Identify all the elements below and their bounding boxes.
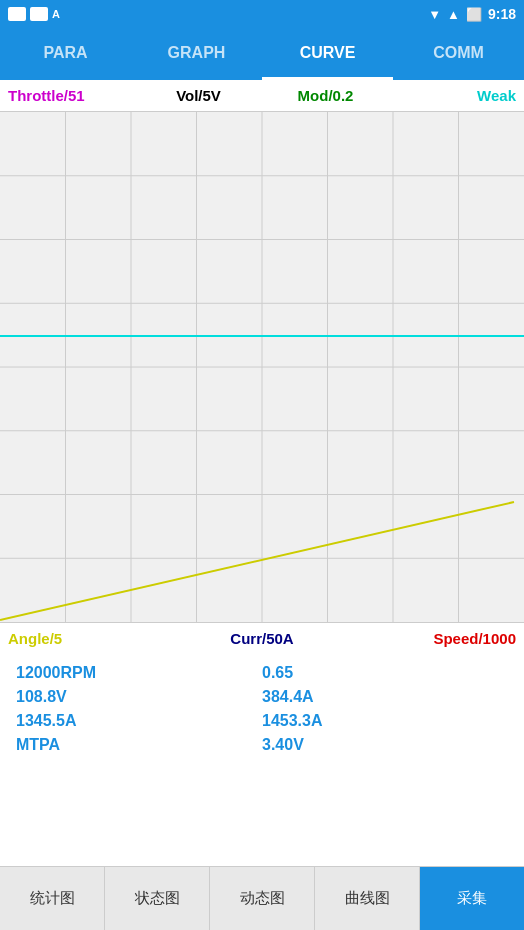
- bottom-tab-collect[interactable]: 采集: [420, 867, 524, 930]
- data-value-2: 1453.3A: [262, 712, 508, 730]
- data-section: 12000RPM 0.65 108.8V 384.4A 1345.5A 1453…: [0, 654, 524, 764]
- battery-icon: ⬜: [466, 7, 482, 22]
- status-bar: A ▼ ▲ ⬜ 9:18: [0, 0, 524, 28]
- bottom-tab-status[interactable]: 状态图: [105, 867, 210, 930]
- data-value-3: 3.40V: [262, 736, 508, 754]
- status-icons: A: [8, 7, 60, 21]
- icon-box1: [8, 7, 26, 21]
- bottom-tab-dynamic[interactable]: 动态图: [210, 867, 315, 930]
- label-mod: Mod/0.2: [262, 87, 389, 104]
- bottom-tab-stats[interactable]: 统计图: [0, 867, 105, 930]
- nav-tabs: PARA GRAPH CURVE COMM: [0, 28, 524, 80]
- data-label-3: MTPA: [16, 736, 262, 754]
- status-right-icons: ▼ ▲ ⬜ 9:18: [428, 6, 516, 22]
- wifi-icon: ▼: [428, 7, 441, 22]
- chart-labels-bottom: Angle/5 Curr/50A Speed/1000: [0, 622, 524, 654]
- data-label-2: 1345.5A: [16, 712, 262, 730]
- icon-box2: [30, 7, 48, 21]
- label-speed: Speed/1000: [347, 630, 516, 647]
- data-value-0: 0.65: [262, 664, 508, 682]
- icon-a: A: [52, 8, 60, 20]
- tab-comm[interactable]: COMM: [393, 28, 524, 80]
- tab-graph[interactable]: GRAPH: [131, 28, 262, 80]
- tab-para[interactable]: PARA: [0, 28, 131, 80]
- chart-labels-top: Throttle/51 Vol/5V Mod/0.2 Weak: [0, 80, 524, 112]
- label-angle: Angle/5: [8, 630, 177, 647]
- bottom-tab-curve[interactable]: 曲线图: [315, 867, 420, 930]
- signal-icon: ▲: [447, 7, 460, 22]
- tab-curve[interactable]: CURVE: [262, 28, 393, 80]
- label-curr: Curr/50A: [177, 630, 346, 647]
- label-throttle: Throttle/51: [8, 87, 135, 104]
- status-time: 9:18: [488, 6, 516, 22]
- data-value-1: 384.4A: [262, 688, 508, 706]
- chart-area[interactable]: [0, 112, 524, 622]
- data-label-0: 12000RPM: [16, 664, 262, 682]
- label-weak: Weak: [389, 87, 516, 104]
- data-label-1: 108.8V: [16, 688, 262, 706]
- bottom-tabs: 统计图 状态图 动态图 曲线图 采集: [0, 866, 524, 930]
- label-vol: Vol/5V: [135, 87, 262, 104]
